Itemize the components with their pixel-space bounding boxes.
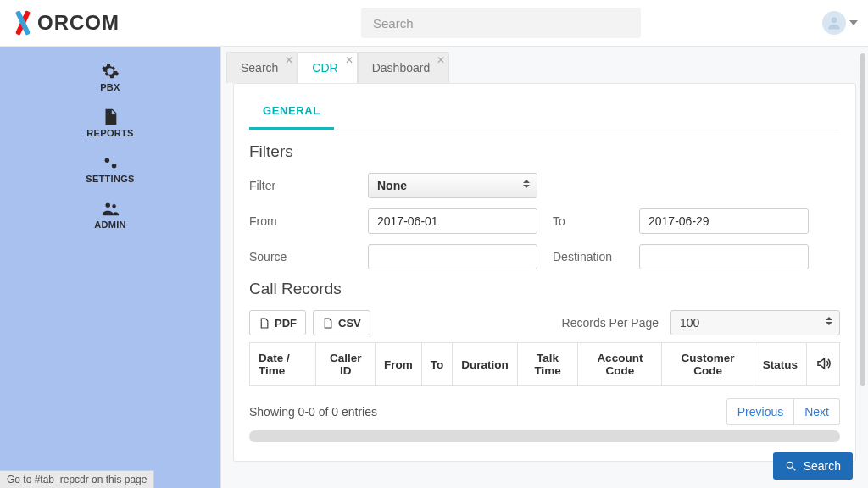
speaker-icon [815, 356, 831, 371]
file-icon [259, 318, 270, 329]
sidebar-item-label: PBX [0, 82, 220, 92]
avatar-icon [822, 11, 846, 35]
tab-label: CDR [312, 61, 337, 75]
users-icon [0, 199, 220, 218]
tab-dashboard[interactable]: Dashboard ✕ [358, 52, 450, 83]
rpp-select[interactable]: 100 [670, 310, 840, 336]
search-button[interactable]: Search [773, 452, 853, 480]
showing-text: Showing 0-0 of 0 entries [249, 405, 377, 419]
pager: Previous Next [726, 398, 840, 425]
rpp-value: 100 [680, 316, 699, 330]
filters-heading: Filters [249, 142, 840, 161]
brand-logo: ORCOM [10, 11, 120, 35]
close-icon[interactable]: ✕ [345, 54, 353, 66]
sidebar-item-reports[interactable]: REPORTS [0, 101, 220, 147]
close-icon[interactable]: ✕ [285, 54, 293, 66]
tab-label: Search [241, 61, 278, 75]
brand-name: ORCOM [37, 11, 120, 35]
subtab-general[interactable]: GENERAL [249, 96, 334, 130]
vertical-scrollbar[interactable] [860, 53, 865, 386]
source-label: Source [249, 250, 368, 263]
svg-rect-8 [107, 119, 113, 120]
export-pdf-button[interactable]: PDF [249, 310, 306, 336]
button-label: PDF [275, 317, 297, 330]
col-duration[interactable]: Duration [453, 343, 518, 386]
col-from[interactable]: From [376, 343, 422, 386]
col-audio[interactable] [806, 343, 839, 386]
col-callerid[interactable]: Caller ID [316, 343, 376, 386]
svg-point-13 [787, 462, 793, 468]
rpp-label: Records Per Page [562, 316, 659, 330]
topbar: ORCOM [0, 0, 868, 47]
search-input[interactable] [361, 8, 641, 38]
next-button[interactable]: Next [794, 398, 840, 425]
records-heading: Call Records [249, 280, 840, 298]
gears-icon [0, 153, 220, 172]
svg-point-12 [112, 204, 115, 208]
card-subtabs: GENERAL [249, 96, 840, 130]
prev-button[interactable]: Previous [726, 398, 794, 425]
sidebar: PBX REPORTS SETTINGS ADMIN [0, 47, 220, 488]
close-icon[interactable]: ✕ [437, 54, 445, 66]
button-label: CSV [338, 317, 361, 330]
content-card: GENERAL Filters Filter None From To Sour… [233, 83, 856, 462]
filter-value: None [377, 179, 407, 192]
from-date-input[interactable] [368, 208, 537, 234]
file-icon [322, 318, 333, 329]
tab-cdr[interactable]: CDR ✕ [298, 52, 357, 83]
sidebar-item-label: ADMIN [0, 219, 220, 230]
gear-icon [0, 62, 220, 80]
global-search [361, 8, 641, 38]
source-input[interactable] [368, 244, 537, 269]
tab-search[interactable]: Search ✕ [226, 52, 298, 83]
from-label: From [249, 214, 368, 228]
svg-line-14 [792, 468, 795, 471]
svg-rect-7 [107, 117, 113, 118]
select-handle-icon [826, 317, 834, 325]
filter-label: Filter [249, 179, 368, 192]
select-handle-icon [523, 180, 531, 188]
svg-point-11 [106, 203, 111, 208]
svg-point-9 [105, 158, 109, 164]
svg-point-6 [832, 17, 837, 23]
tab-label: Dashboard [372, 61, 431, 75]
sidebar-item-settings[interactable]: SETTINGS [0, 147, 220, 192]
horizontal-scrollbar[interactable] [249, 430, 840, 442]
export-csv-button[interactable]: CSV [313, 310, 370, 336]
col-status[interactable]: Status [754, 343, 806, 386]
brand-mark-icon [10, 12, 36, 34]
col-talktime[interactable]: Talk Time [517, 343, 577, 386]
sidebar-item-pbx[interactable]: PBX [0, 55, 220, 101]
col-datetime[interactable]: Date / Time [250, 343, 316, 386]
col-accountcode[interactable]: Account Code [578, 343, 662, 386]
sidebar-item-admin[interactable]: ADMIN [0, 192, 220, 238]
page-tabs: Search ✕ CDR ✕ Dashboard ✕ [221, 47, 868, 83]
document-icon [0, 108, 220, 126]
to-date-input[interactable] [639, 208, 809, 234]
svg-point-10 [112, 164, 117, 169]
sidebar-item-label: SETTINGS [0, 174, 220, 184]
destination-input[interactable] [639, 244, 809, 269]
chevron-down-icon [849, 20, 858, 25]
col-customercode[interactable]: Customer Code [662, 343, 754, 386]
to-label: To [537, 214, 639, 228]
filter-select[interactable]: None [368, 173, 537, 198]
col-to[interactable]: To [421, 343, 453, 386]
search-icon [785, 460, 797, 472]
user-menu[interactable] [822, 11, 858, 35]
destination-label: Destination [537, 250, 639, 263]
status-bar: Go to #tab_repcdr on this page [0, 470, 154, 488]
main-area: Search ✕ CDR ✕ Dashboard ✕ GENERAL Filte… [220, 47, 868, 488]
button-label: Search [804, 459, 841, 473]
records-table: Date / Time Caller ID From To Duration T… [249, 342, 840, 386]
sidebar-item-label: REPORTS [0, 128, 220, 138]
table-header-row: Date / Time Caller ID From To Duration T… [250, 343, 840, 386]
